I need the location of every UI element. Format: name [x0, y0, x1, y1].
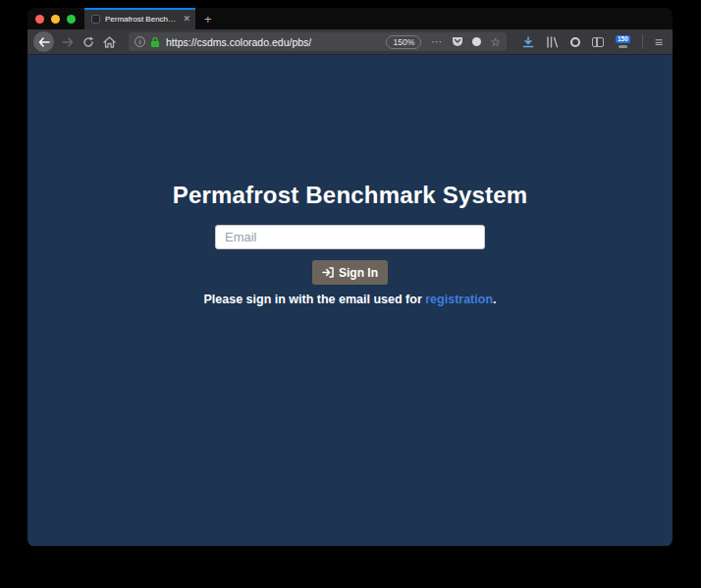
page-content: Permafrost Benchmark System Sign In Plea…	[27, 55, 673, 546]
zoom-level-indicator[interactable]: 150%	[386, 35, 421, 49]
home-icon	[103, 36, 116, 48]
home-button[interactable]	[103, 36, 116, 48]
site-info-icon[interactable]: i	[135, 36, 145, 47]
page-title: Permafrost Benchmark System	[173, 182, 528, 209]
reload-button[interactable]	[82, 36, 94, 48]
menu-button[interactable]: ≡	[655, 35, 663, 49]
sign-in-note: Please sign in with the email used for r…	[203, 293, 496, 306]
sign-in-icon	[322, 267, 334, 278]
back-arrow-icon	[38, 37, 50, 47]
site-favicon-icon	[91, 15, 100, 24]
tab-close-icon[interactable]: ✕	[183, 15, 190, 24]
page-actions-icon[interactable]: ⋯	[431, 35, 443, 48]
tab-title: Permafrost Benchmark System	[105, 15, 179, 24]
pocket-icon[interactable]	[452, 36, 463, 47]
bookmark-star-icon[interactable]: ☆	[490, 36, 501, 48]
note-period: .	[493, 293, 496, 306]
email-input[interactable]	[215, 225, 485, 249]
zoom-extension-bar	[619, 45, 627, 48]
url-bar[interactable]: i https://csdms.colorado.edu/pbs/ 150% ⋯	[129, 32, 507, 51]
sign-in-label: Sign In	[339, 266, 378, 280]
navigation-toolbar: i https://csdms.colorado.edu/pbs/ 150% ⋯	[27, 29, 673, 55]
active-tab-indicator	[84, 8, 195, 10]
page-action-icons: ⋯ ☆	[431, 35, 501, 48]
toolbar-right-icons: 150 ≡	[522, 34, 663, 49]
toolbar-separator	[642, 34, 643, 49]
desktop-background: Permafrost Benchmark System ✕ +	[0, 0, 701, 588]
new-tab-button[interactable]: +	[204, 13, 212, 26]
fullscreen-window-button[interactable]	[67, 15, 76, 24]
sign-in-button[interactable]: Sign In	[312, 260, 388, 285]
extension-circle-icon[interactable]	[472, 37, 481, 46]
reload-icon	[82, 36, 94, 48]
zoom-extension-button[interactable]: 150	[616, 35, 630, 49]
forward-button[interactable]	[62, 37, 74, 47]
library-button[interactable]	[546, 36, 559, 48]
secure-lock-icon[interactable]	[150, 36, 160, 48]
browser-window: Permafrost Benchmark System ✕ +	[27, 8, 673, 547]
sidebar-toggle-icon[interactable]	[592, 37, 604, 47]
note-text: Please sign in with the email used for	[203, 293, 425, 306]
url-text[interactable]: https://csdms.colorado.edu/pbs/	[166, 36, 386, 48]
close-window-button[interactable]	[35, 15, 44, 24]
active-tab[interactable]: Permafrost Benchmark System ✕	[84, 8, 195, 29]
tab-bar: Permafrost Benchmark System ✕ +	[27, 8, 673, 29]
zoom-extension-badge: 150	[616, 35, 630, 44]
downloads-button[interactable]	[522, 36, 534, 48]
back-button[interactable]	[33, 31, 54, 52]
forward-arrow-icon	[62, 37, 74, 47]
window-controls	[27, 15, 84, 24]
library-icon	[546, 36, 559, 48]
extension-ring-icon[interactable]	[570, 37, 580, 47]
minimize-window-button[interactable]	[51, 15, 60, 24]
download-icon	[522, 36, 534, 48]
registration-link[interactable]: registration	[425, 293, 493, 306]
